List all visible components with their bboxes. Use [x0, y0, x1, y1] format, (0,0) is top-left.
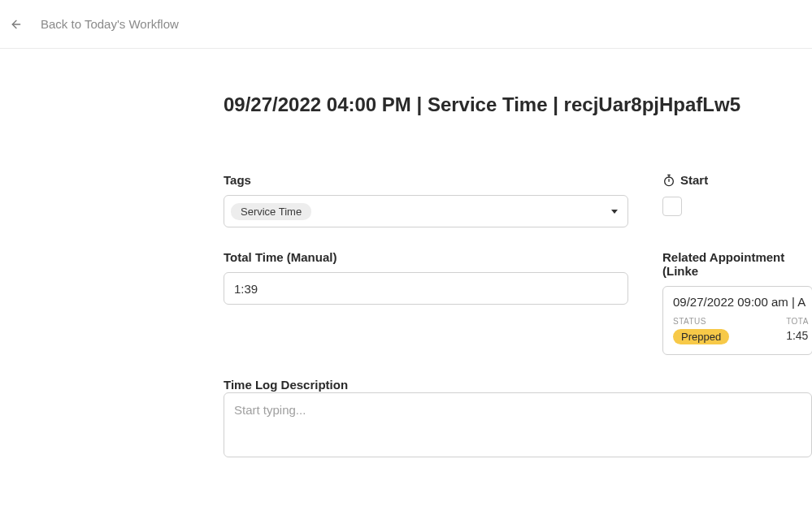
start-checkbox[interactable] — [662, 197, 682, 216]
topbar: Back to Today's Workflow — [0, 0, 812, 49]
tags-label: Tags — [224, 173, 628, 187]
total-time-group: Total Time (Manual) — [224, 250, 628, 355]
description-label: Time Log Description — [224, 378, 348, 392]
tags-select[interactable]: Service Time — [224, 195, 628, 227]
related-status-label: STATUS — [673, 317, 729, 326]
related-meta-row: STATUS Prepped TOTA 1:45 — [673, 317, 802, 344]
related-status-col: STATUS Prepped — [673, 317, 729, 344]
related-group: Related Appointment (Linke 09/27/2022 09… — [662, 250, 812, 355]
tag-chip: Service Time — [231, 203, 311, 220]
start-group: Start — [662, 173, 708, 227]
stopwatch-icon — [662, 174, 675, 187]
description-textarea[interactable] — [224, 392, 812, 457]
related-title: 09/27/2022 09:00 am | A — [673, 295, 802, 309]
related-total-value: 1:45 — [786, 329, 809, 342]
time-related-row: Total Time (Manual) Related Appointment … — [224, 250, 812, 355]
back-link[interactable]: Back to Today's Workflow — [41, 17, 179, 31]
total-time-input[interactable] — [224, 272, 628, 305]
chevron-down-icon — [611, 210, 618, 214]
total-time-label: Total Time (Manual) — [224, 250, 628, 264]
related-total-label: TOTA — [786, 317, 809, 326]
related-total-col: TOTA 1:45 — [786, 317, 809, 344]
related-appointment-card[interactable]: 09/27/2022 09:00 am | A STATUS Prepped T… — [662, 286, 812, 355]
tags-start-row: Tags Service Time Start — [224, 173, 812, 227]
back-arrow-icon[interactable] — [10, 18, 23, 31]
tags-group: Tags Service Time — [224, 173, 628, 227]
page-title: 09/27/2022 04:00 PM | Service Time | rec… — [224, 93, 812, 116]
related-label: Related Appointment (Linke — [662, 250, 812, 278]
start-label: Start — [680, 173, 708, 187]
content-area: 09/27/2022 04:00 PM | Service Time | rec… — [0, 49, 812, 461]
start-label-wrap: Start — [662, 173, 708, 187]
status-badge: Prepped — [673, 329, 729, 344]
